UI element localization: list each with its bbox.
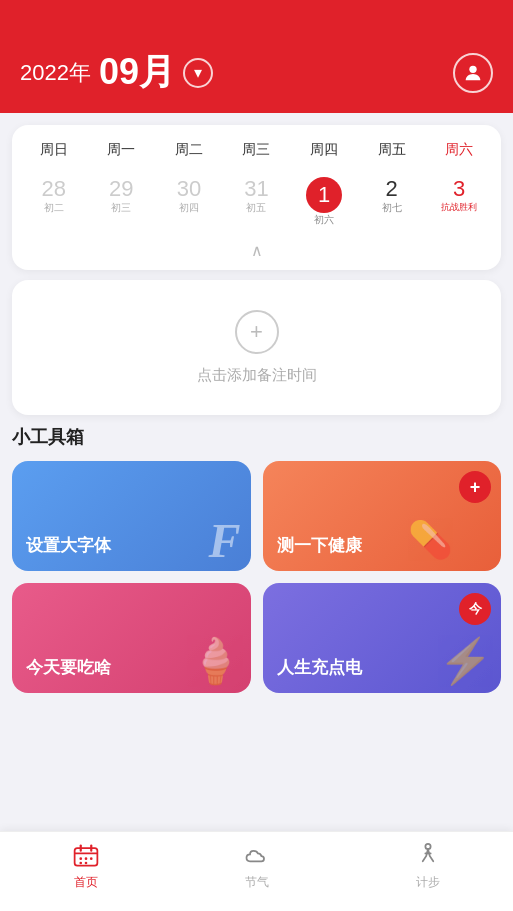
nav-season[interactable]: 节气 xyxy=(217,842,297,891)
calendar-day-3[interactable]: 3 抗战胜利 xyxy=(425,171,493,231)
note-add-card[interactable]: + 点击添加备注时间 xyxy=(12,280,501,415)
tool-card-food[interactable]: 今天要吃啥 🍦 xyxy=(12,583,251,693)
bottom-navigation: 首页 节气 计步 xyxy=(0,831,513,911)
day-lunar-special: 抗战胜利 xyxy=(441,203,477,212)
svg-point-7 xyxy=(89,857,92,860)
tool-card-battery[interactable]: 人生充点电 ⚡ 今 xyxy=(263,583,502,693)
day-number: 31 xyxy=(244,177,268,201)
toolbox-section: 小工具箱 设置大字体 F 测一下健康 💊 + 今天要吃啥 🍦 xyxy=(12,425,501,693)
add-note-icon: + xyxy=(235,310,279,354)
header-month: 09月 xyxy=(99,48,175,97)
chevron-down-icon: ▾ xyxy=(194,63,202,82)
day-header-wed: 周三 xyxy=(223,137,291,163)
svg-point-0 xyxy=(469,65,476,72)
day-lunar: 初三 xyxy=(111,203,131,213)
day-header-fri: 周五 xyxy=(358,137,426,163)
tool-card-font[interactable]: 设置大字体 F xyxy=(12,461,251,571)
health-plus-badge: + xyxy=(459,471,491,503)
plus-icon: + xyxy=(250,319,263,345)
collapse-button[interactable]: ∧ xyxy=(20,235,493,262)
day-header-sat: 周六 xyxy=(425,137,493,163)
cloud-icon xyxy=(243,842,271,870)
tool-card-health[interactable]: 测一下健康 💊 + xyxy=(263,461,502,571)
svg-point-6 xyxy=(84,857,87,860)
calendar-card: 周日 周一 周二 周三 周四 周五 周六 28 初二 29 初三 30 初四 xyxy=(12,125,501,270)
battery-today-badge: 今 xyxy=(459,593,491,625)
calendar-day-30[interactable]: 30 初四 xyxy=(155,171,223,231)
toolbox-grid: 设置大字体 F 测一下健康 💊 + 今天要吃啥 🍦 人生充点电 ⚡ xyxy=(12,461,501,693)
calendar-day-31[interactable]: 31 初五 xyxy=(223,171,291,231)
walk-icon xyxy=(414,842,442,870)
food-icon: 🍦 xyxy=(188,635,243,687)
calendar-day-28[interactable]: 28 初二 xyxy=(20,171,88,231)
nav-home-label: 首页 xyxy=(74,874,98,891)
tool-food-label: 今天要吃啥 xyxy=(26,656,111,679)
chevron-up-icon: ∧ xyxy=(251,242,263,259)
avatar-button[interactable] xyxy=(453,53,493,93)
svg-point-8 xyxy=(79,862,82,865)
health-icon: 💊 xyxy=(408,519,453,561)
day-lunar: 初七 xyxy=(382,203,402,213)
day-header-mon: 周一 xyxy=(88,137,156,163)
calendar-week-row: 28 初二 29 初三 30 初四 31 初五 1 初六 xyxy=(20,171,493,231)
tool-health-label: 测一下健康 xyxy=(277,534,362,557)
day-number: 29 xyxy=(109,177,133,201)
nav-steps-label: 计步 xyxy=(416,874,440,891)
nav-steps[interactable]: 计步 xyxy=(388,842,468,891)
toolbox-title: 小工具箱 xyxy=(12,425,501,449)
nav-season-label: 节气 xyxy=(245,874,269,891)
day-lunar: 初六 xyxy=(314,215,334,225)
nav-home[interactable]: 首页 xyxy=(46,842,126,891)
today-label: 今 xyxy=(469,600,482,618)
home-calendar-icon xyxy=(72,842,100,870)
svg-point-9 xyxy=(84,862,87,865)
day-number-today: 1 xyxy=(306,177,342,213)
calendar-day-29[interactable]: 29 初三 xyxy=(88,171,156,231)
calendar-day-1[interactable]: 1 初六 xyxy=(290,171,358,231)
day-lunar: 初二 xyxy=(44,203,64,213)
day-header-thu: 周四 xyxy=(290,137,358,163)
note-placeholder-text: 点击添加备注时间 xyxy=(197,366,317,385)
day-headers: 周日 周一 周二 周三 周四 周五 周六 xyxy=(20,137,493,163)
app-header: 2022年 09月 ▾ xyxy=(0,0,513,113)
user-icon xyxy=(462,62,484,84)
svg-point-5 xyxy=(79,857,82,860)
lightning-icon: ⚡ xyxy=(438,635,493,687)
header-date[interactable]: 2022年 09月 ▾ xyxy=(20,48,213,97)
day-number: 28 xyxy=(42,177,66,201)
header-year: 2022年 xyxy=(20,58,91,88)
day-header-tue: 周二 xyxy=(155,137,223,163)
month-dropdown-button[interactable]: ▾ xyxy=(183,58,213,88)
tool-battery-label: 人生充点电 xyxy=(277,656,362,679)
calendar-day-2[interactable]: 2 初七 xyxy=(358,171,426,231)
tool-font-label: 设置大字体 xyxy=(26,534,111,557)
day-header-sun: 周日 xyxy=(20,137,88,163)
font-f-icon: F xyxy=(208,517,240,565)
day-number: 30 xyxy=(177,177,201,201)
day-number: 2 xyxy=(386,177,398,201)
day-lunar: 初五 xyxy=(246,203,266,213)
day-number: 3 xyxy=(453,177,465,201)
day-lunar: 初四 xyxy=(179,203,199,213)
plus-icon: + xyxy=(470,477,481,498)
